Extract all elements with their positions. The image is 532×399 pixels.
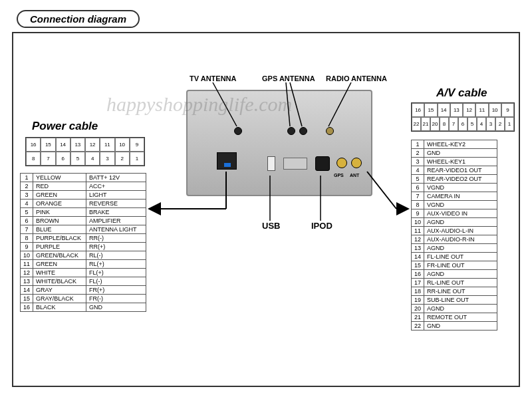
- pin-cell: 15: [41, 138, 55, 152]
- table-row: 4ORANGEREVERSE: [21, 200, 146, 208]
- table-row: 21REMOTE OUT: [412, 313, 497, 322]
- diagram-frame: happyshoppinglife.com GPS ANT TV ANTENNA…: [12, 32, 520, 387]
- gps-jack: [336, 158, 347, 168]
- pin-cell: 7: [449, 117, 458, 131]
- table-row: 9PURPLERR(+): [21, 243, 146, 251]
- pin-cell: 11: [100, 138, 114, 152]
- table-row: 18RR-LINE OUT: [412, 287, 497, 296]
- gps-text: GPS: [334, 173, 344, 178]
- pin-cell: 9: [501, 103, 514, 117]
- pin-cell: 3: [486, 117, 495, 131]
- pin-cell: 16: [412, 103, 424, 117]
- av-arrow-icon: [396, 202, 410, 215]
- pin-cell: 3: [100, 152, 114, 166]
- power-connector-port: [217, 152, 237, 170]
- table-row: 14FL-LINE OUT: [412, 253, 497, 261]
- av-cable-title: A/V cable: [436, 86, 487, 100]
- table-row: 6BROWNAMPLIFIER: [21, 217, 146, 225]
- diagram-title: Connection diagram: [17, 10, 140, 28]
- table-row: 16BLACKGND: [21, 303, 146, 312]
- table-row: 19SUB-LINE OUT: [412, 296, 497, 305]
- table-row: 15GRAY/BLACKFR(-): [21, 295, 146, 303]
- table-row: 15FR-LINE OUT: [412, 261, 497, 270]
- table-row: 17RL-LINE OUT: [412, 279, 497, 287]
- pin-cell: 12: [463, 103, 475, 117]
- pin-cell: 20: [430, 117, 440, 131]
- pin-cell: 14: [438, 103, 450, 117]
- ant-text: ANT: [350, 173, 359, 178]
- table-row: 16AGND: [412, 270, 497, 279]
- pin-cell: 5: [467, 117, 477, 131]
- table-row: 8VGND: [412, 201, 497, 209]
- table-row: 2GND: [412, 149, 497, 158]
- tv-antenna-jack: [234, 127, 242, 135]
- table-row: 4REAR-VIDEO1 OUT: [412, 166, 497, 175]
- pin-cell: 7: [41, 152, 55, 166]
- antenna-jack: [351, 158, 362, 168]
- usb-port: [267, 156, 275, 171]
- sd-slot: [283, 158, 307, 170]
- table-row: 6VGND: [412, 184, 497, 192]
- table-row: 7CAMERA IN: [412, 192, 497, 201]
- pin-cell: 13: [450, 103, 463, 117]
- table-row: 8PURPLE/BLACKRR(-): [21, 234, 146, 243]
- table-row: 10AGND: [412, 218, 497, 227]
- pin-cell: 13: [70, 138, 85, 152]
- pin-cell: 10: [115, 138, 130, 152]
- tv-antenna-label: TV ANTENNA: [190, 74, 236, 82]
- table-row: 11AUX-AUDIO-L-IN: [412, 227, 497, 235]
- table-row: 10GREEN/BLACKRL(-): [21, 251, 146, 260]
- pin-cell: 4: [477, 117, 486, 131]
- pin-cell: 5: [70, 152, 85, 166]
- pin-cell: 6: [56, 152, 70, 166]
- table-row: 3WHEEL-KEY1: [412, 158, 497, 166]
- pin-cell: 15: [424, 103, 437, 117]
- pin-cell: 11: [475, 103, 488, 117]
- pin-cell: 9: [130, 138, 144, 152]
- pin-cell: 1: [130, 152, 144, 166]
- usb-label: USB: [262, 221, 280, 231]
- table-row: 20AGND: [412, 305, 497, 313]
- table-row: 12WHITEFL(+): [21, 269, 146, 277]
- ipod-label: IPOD: [311, 221, 332, 231]
- table-row: 13AGND: [412, 244, 497, 253]
- av-pin-table: 1WHEEL-KEY22GND3WHEEL-KEY14REAR-VIDEO1 O…: [411, 140, 497, 331]
- table-row: 2REDACC+: [21, 182, 146, 191]
- table-row: 9AUX-VIDEO IN: [412, 209, 497, 218]
- power-connector-diagram: 161514131211109 87654321: [25, 137, 145, 166]
- pin-cell: 22: [412, 117, 421, 131]
- radio-antenna-jack: [326, 127, 334, 135]
- table-row: 5REAR-VIDEO2 OUT: [412, 175, 497, 184]
- gps-antenna-label: GPS ANTENNA: [262, 74, 315, 82]
- pin-cell: 12: [85, 138, 100, 152]
- pin-cell: 2: [115, 152, 130, 166]
- pin-cell: 16: [26, 138, 41, 152]
- av-connector-diagram: 161514131211109 22212087654321: [411, 102, 515, 132]
- pin-cell: 14: [56, 138, 70, 152]
- pin-cell: 8: [26, 152, 41, 166]
- table-row: 1WHEEL-KEY2: [412, 140, 497, 149]
- gps-antenna-jack-b: [299, 127, 307, 135]
- table-row: 7BLUEANTENNA LIGHT: [21, 225, 146, 234]
- pin-cell: 6: [458, 117, 467, 131]
- table-row: 1YELLOWBATT+ 12V: [21, 174, 146, 182]
- table-row: 13WHITE/BLACKFL(-): [21, 277, 146, 286]
- pin-cell: 4: [85, 152, 100, 166]
- table-row: 12AUX-AUDIO-R-IN: [412, 235, 497, 244]
- radio-antenna-label: RADIO ANTENNA: [326, 74, 387, 82]
- pin-cell: 1: [505, 117, 514, 131]
- pin-cell: 21: [421, 117, 430, 131]
- pin-cell: 8: [440, 117, 449, 131]
- table-row: 14GRAYFR(+): [21, 286, 146, 295]
- power-pin-table: 1YELLOWBATT+ 12V2REDACC+3GREENLIGHT4ORAN…: [20, 173, 146, 312]
- power-arrow-icon: [148, 202, 161, 215]
- head-unit-rear: GPS ANT: [186, 90, 372, 196]
- table-row: 5PINKBRAKE: [21, 208, 146, 217]
- table-row: 11GREENRL(+): [21, 260, 146, 269]
- pin-cell: 10: [489, 103, 501, 117]
- ipod-port: [315, 156, 330, 171]
- power-cable-title: Power cable: [32, 120, 98, 133]
- gps-antenna-jack-a: [287, 127, 295, 135]
- table-row: 3GREENLIGHT: [21, 191, 146, 200]
- table-row: 22GND: [412, 322, 497, 331]
